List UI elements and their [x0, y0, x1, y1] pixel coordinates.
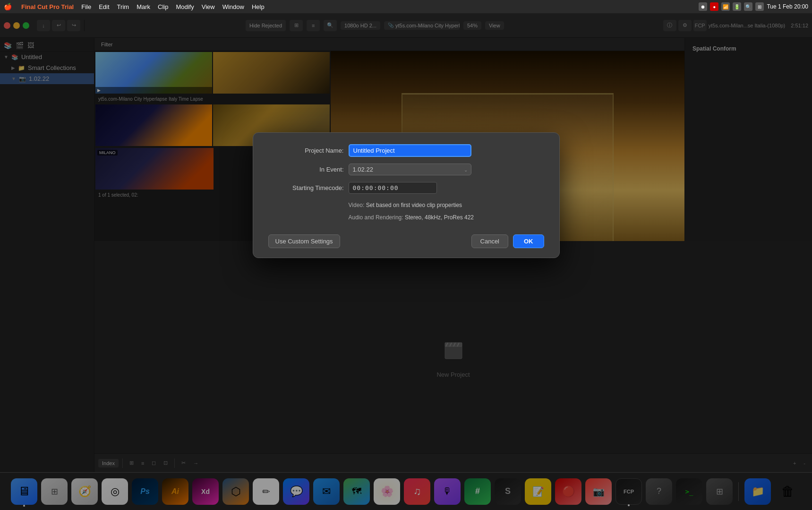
menu-edit[interactable]: Edit [95, 2, 113, 11]
audio-value: Stereo, 48kHz, ProRes 422 [405, 214, 474, 221]
dialog-footer: Use Custom Settings Cancel OK [268, 229, 544, 248]
use-custom-settings-button[interactable]: Use Custom Settings [268, 234, 340, 248]
in-event-select[interactable]: 1.02.22 [349, 164, 471, 175]
battery-icon[interactable]: 🔋 [733, 2, 741, 11]
wifi-icon[interactable]: 📶 [721, 2, 730, 11]
project-name-row: Project Name: [268, 144, 544, 157]
new-project-dialog: Project Name: In Event: 1.02.22 ⌄ Starti… [253, 132, 560, 258]
menubar-right-area: ⏺ ● 📶 🔋 🔍 ⊞ Tue 1 Feb 20:00 [699, 2, 808, 11]
timecode-row: Starting Timecode: [268, 182, 544, 194]
menu-trim[interactable]: Trim [113, 2, 133, 11]
dialog-action-buttons: Cancel OK [471, 234, 544, 248]
video-label: Video: Set based on first video clip pro… [349, 202, 462, 208]
menu-window[interactable]: Window [219, 2, 248, 11]
project-name-input[interactable] [349, 144, 471, 157]
in-event-field-label: In Event: [268, 166, 344, 173]
menubar: 🍎 Final Cut Pro Trial File Edit Trim Mar… [0, 0, 812, 13]
search-icon[interactable]: 🔍 [744, 2, 752, 11]
record-icon[interactable]: ⏺ [699, 2, 707, 11]
video-value: Set based on first video clip properties [366, 202, 462, 208]
dialog-overlay: Project Name: In Event: 1.02.22 ⌄ Starti… [0, 0, 812, 510]
timecode-input[interactable] [349, 182, 437, 194]
ok-button[interactable]: OK [513, 234, 544, 248]
menu-mark[interactable]: Mark [133, 2, 154, 11]
cancel-button[interactable]: Cancel [471, 234, 508, 248]
menu-clip[interactable]: Clip [154, 2, 172, 11]
clock: Tue 1 Feb 20:00 [767, 3, 808, 10]
project-name-field-label: Project Name: [268, 147, 344, 154]
video-info-row: Video: Set based on first video clip pro… [268, 200, 544, 209]
control-icon[interactable]: ⊞ [755, 2, 764, 11]
apple-menu[interactable]: 🍎 [4, 3, 12, 10]
menu-help[interactable]: Help [248, 2, 268, 11]
menu-file[interactable]: File [77, 2, 95, 11]
menu-view[interactable]: View [198, 2, 219, 11]
audio-info-row: Audio and Rendering: Stereo, 48kHz, ProR… [268, 213, 544, 221]
menu-app-name[interactable]: Final Cut Pro Trial [17, 2, 77, 11]
audio-label: Audio and Rendering: Stereo, 48kHz, ProR… [349, 214, 474, 221]
timecode-field-label: Starting Timecode: [268, 184, 344, 191]
in-event-select-wrapper: 1.02.22 ⌄ [349, 164, 471, 175]
screenrecord-icon[interactable]: ● [710, 2, 718, 11]
in-event-row: In Event: 1.02.22 ⌄ [268, 164, 544, 175]
menu-modify[interactable]: Modify [172, 2, 197, 11]
